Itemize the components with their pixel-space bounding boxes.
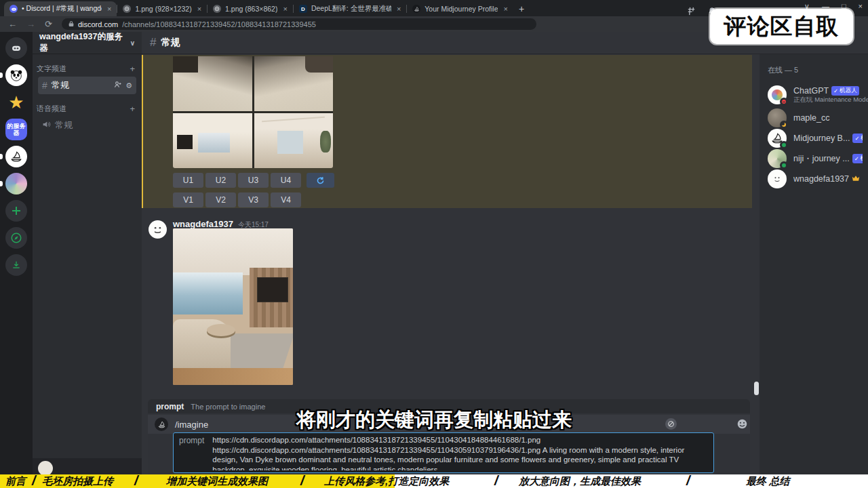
- member-row-chatgpt[interactable]: ChatGPT ✓机器人 正在玩 Maintenance Mode: [768, 82, 863, 108]
- grid-image-quadrant: [254, 56, 334, 111]
- reload-icon[interactable]: ⟳: [45, 19, 52, 29]
- member-row-midjourney[interactable]: Midjourney B... ✓机器人: [768, 128, 863, 148]
- image-favicon-icon: [123, 5, 131, 13]
- bot-badge: ✓机器人: [831, 86, 859, 96]
- tab-close-icon[interactable]: ×: [107, 5, 111, 13]
- hash-icon: #: [42, 80, 47, 91]
- chapter-progress-bar: 前言 / 毛坯房拍摄上传 / 增加关键词生成效果图 / 上传风格参考,打造定向效…: [0, 474, 868, 488]
- subtitle-overlay: 将刚才的关键词再复制粘贴过来: [0, 407, 868, 434]
- server-icon-star[interactable]: ★: [5, 92, 27, 113]
- avatar: [768, 149, 787, 168]
- tab-midjourney[interactable]: Your Midjourney Profile ×: [407, 1, 513, 16]
- bot-badge: ✓机器人: [852, 154, 863, 163]
- server-icon-active[interactable]: 的服务器: [5, 119, 27, 140]
- server-icon-niji[interactable]: [5, 173, 27, 195]
- channel-settings-gear-icon[interactable]: ⚙: [125, 81, 132, 90]
- v2-button[interactable]: V2: [205, 192, 236, 207]
- forward-icon[interactable]: →: [26, 19, 35, 29]
- new-tab-button[interactable]: +: [519, 3, 524, 14]
- lock-icon: [68, 20, 74, 28]
- category-text-channels[interactable]: 文字频道 +: [33, 64, 142, 74]
- prompt-option-input[interactable]: prompt https://cdn.discordapp.com/attach…: [173, 432, 714, 473]
- tab-title: 1.png (863×862): [225, 5, 277, 13]
- bot-badge: ✓机器人: [852, 134, 863, 143]
- tab-title: • Discord | #常规 | wangdefa1: [22, 4, 102, 14]
- url-path: /channels/1088341318721339452/1088341318…: [122, 20, 316, 28]
- member-row-wnagdefa[interactable]: wnagdefa1937: [768, 169, 863, 189]
- prompt-text: https://cdn.discordapp.com/attachments/1…: [212, 435, 708, 470]
- tab-title: Your Midjourney Profile: [425, 5, 498, 13]
- tab-close-icon[interactable]: ×: [503, 5, 507, 13]
- v1-button[interactable]: V1: [173, 192, 203, 207]
- midjourney-favicon-icon: [412, 5, 420, 13]
- tab-close-icon[interactable]: ×: [283, 5, 287, 13]
- discord-favicon-icon: [9, 5, 18, 13]
- chapter-segment: 最终 总结: [746, 475, 789, 488]
- tab-title: 1.png (928×1232): [135, 5, 191, 13]
- unread-indicator: [0, 181, 3, 186]
- tab-close-icon[interactable]: ×: [197, 5, 201, 13]
- server-icon-panda[interactable]: [5, 64, 27, 86]
- corner-note-overlay: 评论区自取: [710, 9, 853, 44]
- grid-image-quadrant: [173, 113, 252, 168]
- address-bar[interactable]: discord.com/channels/1088341318721339452…: [62, 18, 536, 30]
- tab-deepl[interactable]: D DeepL翻译: 全世界最准确的翻 ×: [294, 1, 406, 16]
- channel-name: 常规: [52, 79, 69, 92]
- u3-button[interactable]: U3: [238, 173, 269, 188]
- tab-png-1[interactable]: 1.png (928×1232) ×: [117, 1, 207, 16]
- chapter-segment: 上传风格参考,打造定向效果: [324, 475, 449, 488]
- tab-discord[interactable]: • Discord | #常规 | wangdefa1 ×: [4, 1, 117, 16]
- add-channel-icon[interactable]: +: [130, 64, 135, 74]
- u4-button[interactable]: U4: [271, 173, 301, 188]
- midjourney-message: U1 U2 U3 U4 V1 V2 V3 V4: [142, 55, 752, 208]
- avatar[interactable]: [149, 220, 167, 239]
- option-label: prompt: [179, 435, 204, 470]
- message-attachment-image[interactable]: [173, 228, 293, 385]
- member-row-maple[interactable]: maple_cc: [768, 108, 863, 128]
- add-server-button[interactable]: [5, 200, 27, 222]
- discord-home-button[interactable]: [5, 37, 27, 59]
- unread-indicator: [0, 73, 3, 78]
- u2-button[interactable]: U2: [205, 173, 236, 188]
- invite-people-icon[interactable]: [114, 81, 122, 90]
- member-row-niji[interactable]: niji・journey ... ✓机器人: [768, 148, 863, 169]
- grid-image-quadrant: [173, 56, 252, 111]
- tab-close-icon[interactable]: ×: [397, 5, 401, 13]
- chapter-segment: 前言: [5, 475, 26, 488]
- reroll-button[interactable]: [307, 173, 334, 188]
- v4-button[interactable]: V4: [271, 192, 301, 207]
- upscale-button-row: U1 U2 U3 U4: [173, 173, 752, 188]
- unread-indicator: [0, 154, 3, 159]
- slash-divider: /: [134, 473, 138, 488]
- window-close-button[interactable]: ×: [859, 2, 863, 11]
- grid-image-quadrant: [254, 113, 334, 168]
- midjourney-grid-image[interactable]: [173, 56, 333, 168]
- channel-text-changgui[interactable]: # 常规 ⚙: [38, 77, 136, 94]
- deepl-favicon-icon: D: [299, 5, 307, 13]
- download-apps-button[interactable]: [5, 254, 27, 276]
- variation-button-row: V1 V2 V3 V4: [173, 192, 752, 207]
- threads-icon[interactable]: [686, 6, 696, 19]
- u1-button[interactable]: U1: [173, 173, 203, 188]
- chat-scrollbar[interactable]: [754, 382, 759, 395]
- server-header[interactable]: wangdefa1937的服务器 ∨: [33, 32, 142, 54]
- avatar[interactable]: [38, 461, 53, 476]
- chevron-down-icon: ∨: [130, 39, 135, 47]
- avatar: [768, 169, 787, 188]
- v3-button[interactable]: V3: [238, 192, 269, 207]
- avatar: [768, 129, 787, 148]
- explore-servers-button[interactable]: [5, 227, 27, 249]
- channel-voice-changgui[interactable]: 常规: [38, 117, 136, 134]
- add-channel-icon[interactable]: +: [130, 104, 135, 114]
- slash-divider: /: [494, 473, 498, 488]
- chapter-segment: 增加关键词生成效果图: [166, 475, 268, 488]
- slash-divider: /: [32, 473, 36, 488]
- url-host: discord.com: [78, 20, 118, 28]
- category-label: 文字频道: [37, 64, 66, 74]
- category-voice-channels[interactable]: 语音频道 +: [33, 104, 142, 114]
- server-owner-crown-icon: [852, 174, 860, 184]
- tab-png-2[interactable]: 1.png (863×862) ×: [208, 1, 293, 16]
- server-icon-midjourney[interactable]: [5, 146, 27, 167]
- back-icon[interactable]: ←: [8, 19, 17, 29]
- image-favicon-icon: [213, 5, 221, 13]
